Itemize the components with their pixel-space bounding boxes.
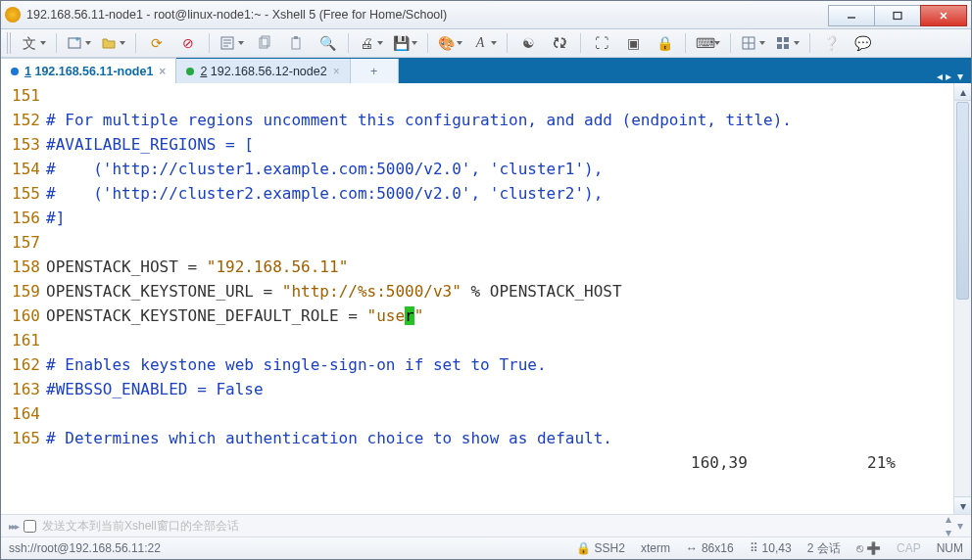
status-num: NUM (937, 541, 963, 555)
tile-icon (775, 35, 791, 51)
lock-button[interactable]: 🔒 (651, 32, 678, 54)
broadcast-bar: ▸▸▸ 发送文本到当前Xshell窗口的全部会话 ▴▾ ▾ (1, 514, 971, 537)
disconnect-button[interactable]: ⊘ (174, 32, 202, 54)
broadcast-checkbox[interactable] (24, 520, 36, 533)
terminal-line: 159OPENSTACK_KEYSTONE_URL = "http://%s:5… (3, 279, 953, 303)
broadcast-history-toggle[interactable]: ▴▾ (946, 512, 951, 539)
open-button[interactable] (98, 32, 128, 54)
status-size: ↔86x16 (686, 541, 734, 555)
copy-button[interactable] (251, 32, 278, 54)
layout-icon (741, 35, 756, 51)
tab-close-button[interactable]: × (333, 65, 340, 78)
line-number: 154 (3, 157, 40, 181)
separator (135, 33, 136, 53)
line-number: 155 (3, 181, 40, 206)
file-menu-button[interactable]: 文 (19, 32, 49, 54)
separator (730, 33, 731, 53)
line-number: 160 (3, 303, 40, 328)
transparent-icon: ▣ (625, 35, 641, 51)
terminal-line: 158OPENSTACK_HOST = "192.168.56.11" (3, 255, 953, 279)
separator (209, 33, 210, 53)
chevron-down-icon[interactable]: ▾ (957, 70, 963, 83)
quickcmd-button[interactable]: ⌨ (693, 32, 723, 54)
session-tab-1[interactable]: 1 192.168.56.11-node1 × (1, 58, 176, 83)
fullscreen-icon: ⛶ (594, 35, 609, 51)
minimize-button[interactable] (828, 5, 875, 26)
svg-rect-11 (784, 44, 789, 49)
code-span: "http://%s:5000/v3" (282, 282, 462, 301)
app-window: 192.168.56.11-node1 - root@linux-node1:~… (0, 0, 972, 560)
code-span: # Enables keystone web single-sign-on if… (46, 355, 547, 374)
save-icon: 💾 (393, 35, 409, 51)
status-term: xterm (641, 541, 670, 555)
reconnect-icon: ⟳ (149, 35, 165, 51)
scroll-thumb[interactable] (956, 102, 969, 300)
tab-label: 192.168.56.11-node1 (34, 65, 153, 78)
paste-button[interactable] (282, 32, 310, 54)
tab-index: 2 (200, 65, 207, 78)
xagent-icon: ☯ (520, 35, 536, 51)
toolbar-handle[interactable] (7, 32, 13, 54)
help-icon: ❔ (823, 35, 839, 51)
line-number: 157 (3, 230, 40, 255)
fullscreen-button[interactable]: ⛶ (588, 32, 615, 54)
broadcast-handle-icon[interactable]: ▸▸▸ (9, 521, 18, 532)
session-tab-2[interactable]: 2 192.168.56.12-node2 × (176, 59, 350, 83)
print-button[interactable]: 🖨 (356, 32, 386, 54)
folder-icon (101, 35, 117, 51)
help-button[interactable]: ❔ (817, 32, 845, 54)
line-number: 163 (3, 377, 40, 401)
svg-rect-5 (292, 38, 300, 49)
separator (685, 33, 686, 53)
terminal-line: 151 (3, 83, 953, 108)
save-button[interactable]: 💾 (390, 32, 420, 54)
code-span: OPENSTACK_KEYSTONE_URL = (46, 282, 282, 301)
add-tab-button[interactable]: + (351, 59, 399, 83)
toolbar: 文 ⟳ ⊘ 🔍 🖨 💾 🎨 A ☯ 🗘 ⛶ ▣ 🔒 ⌨ ❔ 💬 (1, 29, 971, 58)
terminal-line: 157 (3, 230, 953, 255)
tab-scroll-arrows[interactable]: ◂ ▸▾ (929, 70, 971, 83)
color-button[interactable]: 🎨 (435, 32, 465, 54)
app-icon (5, 7, 21, 23)
properties-button[interactable] (217, 32, 247, 54)
broadcast-placeholder[interactable]: 发送文本到当前Xshell窗口的全部会话 (42, 518, 940, 535)
close-button[interactable] (920, 5, 967, 26)
status-protocol: 🔒SSH2 (576, 541, 625, 555)
code-span: OPENSTACK_HOST = (46, 257, 207, 276)
lock-icon: 🔒 (656, 35, 672, 51)
properties-icon (219, 35, 235, 51)
transfer-button[interactable]: 🗘 (546, 32, 573, 54)
terminal-line: 165# Determines which authentication cho… (3, 426, 953, 450)
find-button[interactable]: 🔍 (314, 32, 341, 54)
transparent-button[interactable]: ▣ (619, 32, 647, 54)
svg-rect-0 (894, 13, 901, 20)
maximize-button[interactable] (874, 5, 921, 26)
terminal-line: 161 (3, 328, 953, 352)
status-icons[interactable]: ⎋ ➕ (856, 541, 881, 555)
tile-button[interactable] (772, 32, 802, 54)
line-number: 162 (3, 352, 40, 377)
svg-rect-8 (777, 37, 782, 42)
terminal[interactable]: 151152# For multiple regions uncomment t… (1, 83, 953, 514)
line-number: 165 (3, 426, 40, 450)
line-number: 153 (3, 132, 40, 157)
font-button[interactable]: A (469, 32, 500, 54)
xagent-button[interactable]: ☯ (514, 32, 542, 54)
line-number: 161 (3, 328, 40, 352)
reconnect-button[interactable]: ⟳ (143, 32, 170, 54)
vertical-scrollbar[interactable]: ▴ ▾ (953, 83, 971, 514)
printer-icon: 🖨 (359, 35, 374, 51)
layout-button[interactable] (738, 32, 768, 54)
scroll-up-button[interactable]: ▴ (954, 83, 971, 101)
search-icon: 🔍 (319, 35, 335, 51)
tab-close-button[interactable]: × (159, 65, 166, 78)
copy-icon (257, 35, 272, 51)
terminal-line: 164 (3, 401, 953, 426)
titlebar[interactable]: 192.168.56.11-node1 - root@linux-node1:~… (1, 1, 971, 29)
separator (427, 33, 428, 53)
chat-icon: 💬 (854, 35, 870, 51)
new-session-button[interactable] (64, 32, 94, 54)
about-button[interactable]: 💬 (849, 32, 876, 54)
broadcast-menu-button[interactable]: ▾ (957, 519, 963, 533)
scroll-down-button[interactable]: ▾ (954, 496, 971, 514)
